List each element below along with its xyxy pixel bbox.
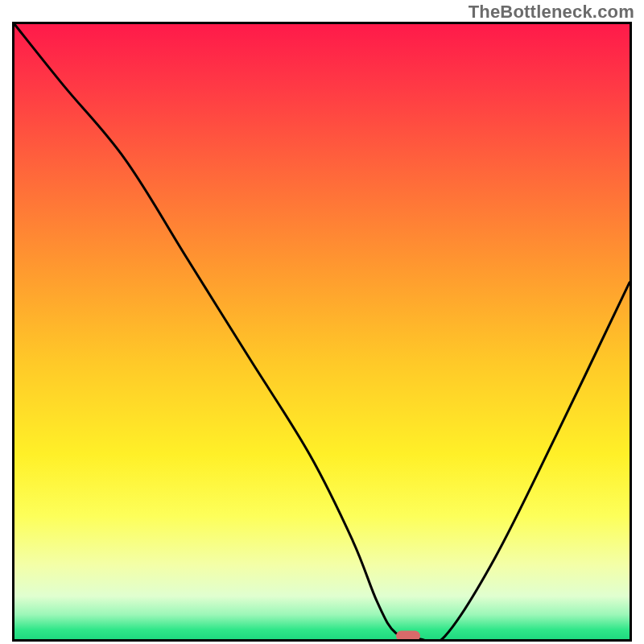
optimal-point-marker — [396, 631, 420, 642]
watermark-label: TheBottleneck.com — [469, 2, 634, 23]
plot-area — [12, 22, 632, 642]
chart-container: TheBottleneck.com — [0, 0, 644, 644]
bottleneck-curve — [14, 24, 630, 639]
